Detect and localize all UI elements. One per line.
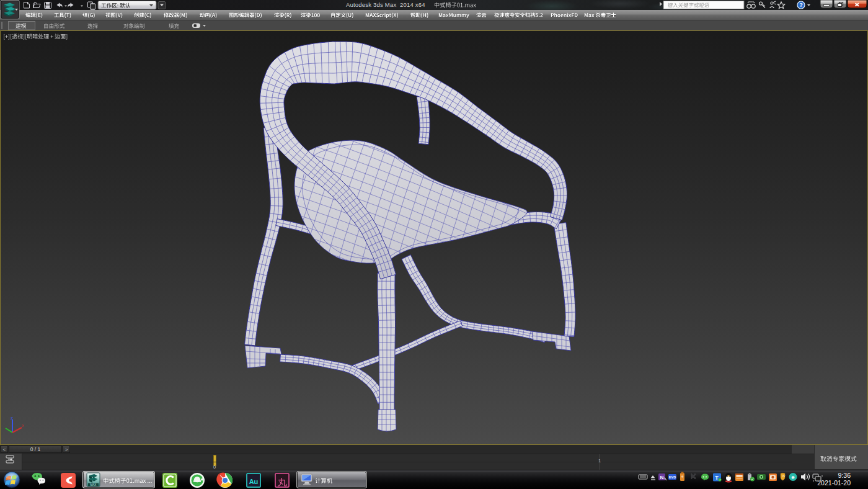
svg-text:MAX: MAX bbox=[91, 483, 97, 487]
svg-text:EVD: EVD bbox=[669, 475, 676, 479]
svg-text:z: z bbox=[11, 415, 13, 421]
svg-text:T: T bbox=[715, 475, 719, 481]
svg-text:e: e bbox=[791, 474, 794, 480]
svg-text:N: N bbox=[660, 475, 664, 480]
svg-text:Au: Au bbox=[249, 478, 259, 485]
svg-text:x: x bbox=[22, 423, 24, 428]
